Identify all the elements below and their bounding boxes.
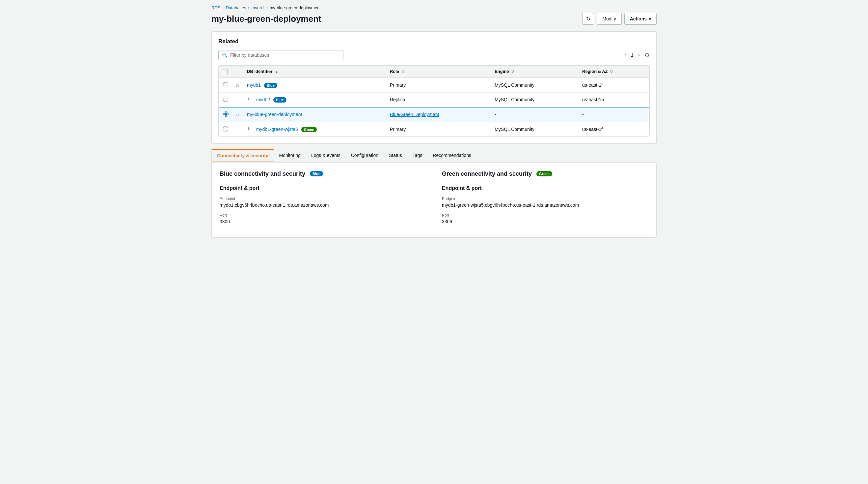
actions-button[interactable]: Actions ▾	[624, 13, 657, 25]
row3-engine: -	[491, 107, 578, 122]
row4-expand	[232, 122, 243, 137]
th-role[interactable]: Role ▽	[386, 66, 491, 78]
green-port-label: Port	[442, 213, 648, 218]
refresh-icon: ↻	[586, 16, 590, 22]
row3-expand[interactable]: □	[232, 107, 243, 122]
search-icon: 🔍	[222, 52, 227, 58]
row2-role: Replica	[386, 92, 491, 107]
blue-panel: Blue connectivity and security Blue Endp…	[212, 163, 434, 237]
panels-row: Blue connectivity and security Blue Endp…	[211, 162, 657, 238]
sort-desc-icon-region: ▽	[610, 70, 613, 74]
row1-expand[interactable]: □	[232, 78, 243, 93]
th-select	[219, 66, 232, 78]
tab-monitoring[interactable]: Monitoring	[274, 149, 306, 162]
table-header-row: DB identifier ▲ Role ▽ Engine ▽ Region &…	[219, 66, 649, 78]
related-card: Related 🔍 ‹ 1 › ⚙	[211, 31, 657, 144]
tabs: Connectivity & security Monitoring Logs …	[211, 149, 657, 162]
row4-select[interactable]	[219, 122, 232, 137]
modify-button[interactable]: Modify	[597, 13, 621, 25]
row2-badge: Blue	[273, 97, 286, 103]
search-box[interactable]: 🔍	[218, 50, 343, 60]
green-endpoint-section-title: Endpoint & port	[442, 185, 648, 191]
row1-radio[interactable]	[223, 82, 228, 87]
sort-desc-icon-engine: ▽	[512, 70, 514, 74]
breadcrumb-databases[interactable]: Databases	[225, 5, 246, 10]
expand-icon-row3[interactable]: □	[237, 113, 239, 117]
th-region-az[interactable]: Region & AZ ▽	[578, 66, 649, 78]
row2-db-identifier: └ mydb2 Blue	[243, 92, 386, 107]
tab-logs[interactable]: Logs & events	[306, 149, 346, 162]
blue-port-label: Port	[220, 213, 426, 218]
row2-select[interactable]	[219, 92, 232, 107]
blue-endpoint-section-title: Endpoint & port	[220, 185, 426, 191]
row2-radio[interactable]	[223, 96, 228, 102]
table-row: └ mydb2 Blue Replica MySQL Community us-…	[219, 92, 649, 107]
row3-db-link[interactable]: my-blue-green-deployment	[247, 112, 302, 117]
row4-region-az: us-east-1f	[578, 122, 649, 137]
green-panel: Green connectivity and security Green En…	[434, 163, 656, 237]
row2-db-link[interactable]: mydb2	[256, 97, 270, 102]
row4-db-identifier: └ mydb1-green-wjsta5 Green	[243, 122, 386, 137]
sort-asc-icon: ▲	[275, 70, 278, 74]
breadcrumb-mydb1[interactable]: mydb1	[252, 5, 265, 10]
green-endpoint-label: Endpoint	[442, 197, 648, 201]
row4-db-link[interactable]: mydb1-green-wjsta5	[256, 126, 298, 132]
row1-select[interactable]	[219, 78, 232, 93]
row1-region-az: us-east-1f	[578, 78, 649, 93]
row4-role: Primary	[386, 122, 491, 137]
indent-icon: └	[247, 97, 253, 102]
tab-status[interactable]: Status	[383, 149, 407, 162]
pagination-current: 1	[631, 52, 633, 58]
row4-engine: MySQL Community	[491, 122, 578, 137]
table-row: □ my-blue-green-deployment Blue/Green De…	[219, 107, 649, 122]
breadcrumb-rds[interactable]: RDS	[211, 5, 220, 10]
blue-endpoint-value: mydb1.cbgv6h4bocho.us-east-1.rds.amazona…	[220, 202, 426, 208]
tab-connectivity[interactable]: Connectivity & security	[211, 149, 274, 162]
row3-select[interactable]	[219, 107, 232, 122]
related-title: Related	[218, 38, 650, 45]
db-table-container: DB identifier ▲ Role ▽ Engine ▽ Region &…	[218, 65, 650, 137]
filter-row: 🔍 ‹ 1 › ⚙	[218, 50, 650, 60]
row2-region-az: us-east-1a	[578, 92, 649, 107]
th-engine[interactable]: Engine ▽	[491, 66, 578, 78]
role-link[interactable]: Blue/Green Deployment	[390, 112, 439, 117]
tabs-container: Connectivity & security Monitoring Logs …	[211, 149, 657, 162]
breadcrumb: RDS › Databases › mydb1 › my-blue-green-…	[211, 5, 657, 10]
page-header: my-blue-green-deployment ↻ Modify Action…	[211, 13, 657, 25]
row1-db-identifier: mydb1 Blue	[243, 78, 386, 93]
select-all-checkbox[interactable]	[223, 69, 227, 74]
pagination-controls: ‹ 1 › ⚙	[623, 51, 650, 59]
green-panel-title: Green connectivity and security Green	[442, 170, 648, 177]
row2-expand	[232, 92, 243, 107]
table-row: └ mydb1-green-wjsta5 Green Primary MySQL…	[219, 122, 649, 137]
expand-icon[interactable]: □	[237, 83, 239, 87]
refresh-button[interactable]: ↻	[582, 13, 594, 25]
green-panel-title-text: Green connectivity and security	[442, 170, 532, 177]
green-port-value: 3306	[442, 219, 648, 224]
actions-chevron-icon: ▾	[649, 16, 651, 22]
search-input[interactable]	[230, 52, 340, 58]
row4-radio[interactable]	[223, 126, 228, 132]
row1-badge: Blue	[264, 83, 277, 88]
header-actions: ↻ Modify Actions ▾	[582, 13, 657, 25]
row3-role: Blue/Green Deployment	[386, 107, 491, 122]
row3-radio[interactable]	[223, 111, 228, 117]
row1-db-link[interactable]: mydb1	[247, 82, 261, 88]
breadcrumb-current: my-blue-green-deployment	[270, 5, 321, 10]
tab-configuration[interactable]: Configuration	[346, 149, 383, 162]
table-settings-button[interactable]: ⚙	[644, 51, 650, 59]
actions-label: Actions	[630, 16, 647, 22]
pagination-prev-button[interactable]: ‹	[623, 51, 628, 59]
row4-badge: Green	[301, 127, 317, 132]
blue-endpoint-label: Endpoint	[220, 197, 426, 201]
row3-db-identifier: my-blue-green-deployment	[243, 107, 386, 122]
db-table: DB identifier ▲ Role ▽ Engine ▽ Region &…	[219, 66, 649, 137]
green-panel-badge: Green	[536, 171, 552, 176]
pagination-next-button[interactable]: ›	[636, 51, 642, 59]
blue-panel-title: Blue connectivity and security Blue	[220, 170, 426, 177]
blue-port-value: 3306	[220, 219, 426, 224]
th-db-identifier[interactable]: DB identifier ▲	[243, 66, 386, 78]
tab-recommendations[interactable]: Recommendations	[427, 149, 476, 162]
tab-tags[interactable]: Tags	[407, 149, 428, 162]
blue-panel-badge: Blue	[310, 171, 323, 176]
